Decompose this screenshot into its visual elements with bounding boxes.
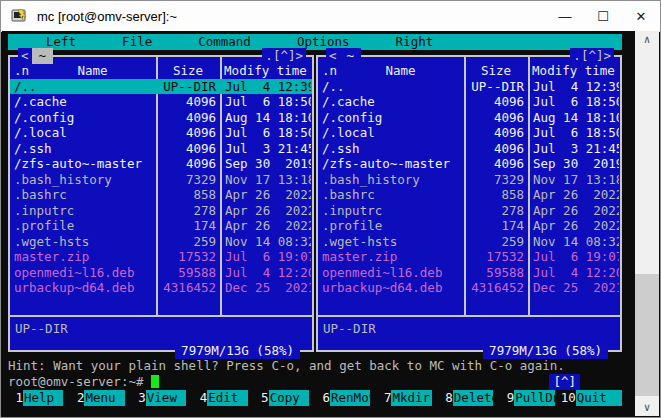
file-mtime: Jul 4 12:39 xyxy=(528,79,619,95)
file-name: .profile xyxy=(10,218,156,234)
column-size[interactable]: Size xyxy=(156,63,220,79)
file-size: 4096 xyxy=(156,110,220,126)
file-size: 4096 xyxy=(156,141,220,157)
close-button[interactable]: ✕ xyxy=(622,1,660,31)
scroll-up-icon[interactable]: ∧ xyxy=(635,31,659,48)
file-mtime: Jul 6 18:50 xyxy=(220,94,311,110)
file-row[interactable]: .inputrc278Apr 26 2022 xyxy=(10,203,312,219)
file-mtime: Nov 17 13:18 xyxy=(528,172,619,188)
file-row[interactable]: .profile174Apr 26 2022 xyxy=(10,218,312,234)
panel-scroll-left-icon[interactable]: < xyxy=(326,48,340,64)
file-row[interactable]: /.cache4096Jul 6 18:50 xyxy=(318,94,620,110)
file-name: /.config xyxy=(10,110,156,126)
menu-item-file[interactable]: File xyxy=(122,34,152,50)
sort-indicator[interactable]: .n xyxy=(14,63,29,79)
panel-path[interactable]: ~ xyxy=(32,48,54,64)
fkey-label: PullDn xyxy=(514,390,554,406)
file-row[interactable]: .bash_history7329Nov 17 13:18 xyxy=(318,172,620,188)
file-row[interactable]: /.config4096Aug 14 18:10 xyxy=(318,110,620,126)
file-row[interactable]: .bashrc858Apr 26 2022 xyxy=(10,187,312,203)
fkey-copy-button[interactable]: 5Copy xyxy=(254,390,315,406)
file-row[interactable]: master.zip17532Jul 6 19:07 xyxy=(318,249,620,265)
column-name[interactable]: Name xyxy=(77,63,107,79)
file-row[interactable]: urbackup~d64.deb4316452Dec 25 2021 xyxy=(10,280,312,296)
fkey-view-button[interactable]: 3View xyxy=(131,390,192,406)
fkey-help-button[interactable]: 1Help xyxy=(8,390,69,406)
file-size: UP--DIR xyxy=(156,79,220,95)
file-row[interactable]: master.zip17532Jul 6 19:07 xyxy=(10,249,312,265)
status-separator xyxy=(318,315,620,317)
file-mtime: Apr 26 2022 xyxy=(220,203,311,219)
fkey-menu-button[interactable]: 2Menu xyxy=(69,390,130,406)
file-name: /zfs-auto~-master xyxy=(318,156,464,172)
file-name: /.config xyxy=(318,110,464,126)
panel-updir-icon[interactable]: .[^]> xyxy=(570,48,614,64)
left-file-panel: < ~ .[^]> .nName Size Modify time /..UP-… xyxy=(8,55,314,352)
fkey-delete-button[interactable]: 8Delete xyxy=(438,390,499,406)
file-row[interactable]: /.ssh4096Jul 3 21:45 xyxy=(318,141,620,157)
fkey-mkdir-button[interactable]: 7Mkdir xyxy=(376,390,437,406)
file-row[interactable]: .profile174Apr 26 2022 xyxy=(318,218,620,234)
column-name[interactable]: Name xyxy=(385,63,415,79)
file-name: /.. xyxy=(318,79,464,95)
fkey-edit-button[interactable]: 4Edit xyxy=(192,390,253,406)
menu-item-right[interactable]: Right xyxy=(396,34,434,50)
file-name: .bash_history xyxy=(10,172,156,188)
file-row[interactable]: .bashrc858Apr 26 2022 xyxy=(318,187,620,203)
menu-item-command[interactable]: Command xyxy=(198,34,251,50)
scrollbar[interactable]: ∧ ∨ xyxy=(635,31,659,416)
file-mtime: Aug 14 18:10 xyxy=(528,110,619,126)
file-row[interactable]: .wget-hsts259Nov 14 08:32 xyxy=(318,234,620,250)
file-row[interactable]: .wget-hsts259Nov 14 08:32 xyxy=(10,234,312,250)
file-row[interactable]: /zfs-auto~-master4096Sep 30 2019 xyxy=(10,156,312,172)
panel-scroll-left-icon[interactable]: < xyxy=(18,48,32,64)
file-row[interactable]: .inputrc278Apr 26 2022 xyxy=(318,203,620,219)
file-size: UP--DIR xyxy=(464,79,528,95)
scrollbar-thumb[interactable] xyxy=(635,274,659,396)
file-row[interactable]: /..UP--DIRJul 4 12:39 xyxy=(10,79,312,95)
file-name: /.local xyxy=(10,125,156,141)
file-row[interactable]: /.ssh4096Jul 3 21:45 xyxy=(10,141,312,157)
prompt-text: root@omv-server:~# xyxy=(8,374,151,389)
file-size: 259 xyxy=(464,234,528,250)
file-row[interactable]: /..UP--DIRJul 4 12:39 xyxy=(318,79,620,95)
file-row[interactable]: urbackup~d64.deb4316452Dec 25 2021 xyxy=(318,280,620,296)
file-row[interactable]: /zfs-auto~-master4096Sep 30 2019 xyxy=(318,156,620,172)
file-row[interactable]: openmedi~l16.deb59588Jul 4 12:20 xyxy=(10,265,312,281)
file-size: 278 xyxy=(464,203,528,219)
panel-updir-fragment: [^] xyxy=(549,374,580,390)
file-mtime: Sep 30 2019 xyxy=(220,156,311,172)
file-row[interactable]: /.config4096Aug 14 18:10 xyxy=(10,110,312,126)
sort-indicator[interactable]: .n xyxy=(322,63,337,79)
file-row[interactable]: /.local4096Jul 6 18:50 xyxy=(318,125,620,141)
fkey-number: 5 xyxy=(254,390,269,406)
panel-updir-icon[interactable]: .[^]> xyxy=(262,48,306,64)
column-size[interactable]: Size xyxy=(464,63,528,79)
shell-prompt[interactable]: root@omv-server:~# xyxy=(8,374,622,390)
file-row[interactable]: /.local4096Jul 6 18:50 xyxy=(10,125,312,141)
fkey-quit-button[interactable]: 10Quit xyxy=(561,390,622,406)
file-name: master.zip xyxy=(318,249,464,265)
minimize-button[interactable]: — xyxy=(546,1,584,31)
file-mtime: Apr 26 2022 xyxy=(528,218,619,234)
file-mtime: Jul 6 18:50 xyxy=(220,125,311,141)
file-mtime: Jul 6 19:07 xyxy=(528,249,619,265)
window-title: mc [root@omv-server]:~ xyxy=(37,9,177,24)
fkey-pulldn-button[interactable]: 9PullDn xyxy=(499,390,560,406)
column-mtime[interactable]: Modify time xyxy=(528,63,619,79)
fkey-number: 2 xyxy=(69,390,84,406)
file-mtime: Apr 26 2022 xyxy=(220,187,311,203)
column-mtime[interactable]: Modify time xyxy=(220,63,311,79)
file-row[interactable]: openmedi~l16.deb59588Jul 4 12:20 xyxy=(318,265,620,281)
panel-path[interactable]: ~ xyxy=(340,48,362,64)
file-row[interactable]: /.cache4096Jul 6 18:50 xyxy=(10,94,312,110)
fkey-label: Copy xyxy=(269,390,309,406)
file-row[interactable]: .bash_history7329Nov 17 13:18 xyxy=(10,172,312,188)
mini-status: UP--DIR xyxy=(318,321,620,337)
fkey-number: 6 xyxy=(315,390,330,406)
fkey-number: 4 xyxy=(192,390,207,406)
scroll-down-icon[interactable]: ∨ xyxy=(635,399,659,416)
fkey-renmov-button[interactable]: 6RenMov xyxy=(315,390,376,406)
file-size: 17532 xyxy=(464,249,528,265)
maximize-button[interactable]: ☐ xyxy=(584,1,622,31)
